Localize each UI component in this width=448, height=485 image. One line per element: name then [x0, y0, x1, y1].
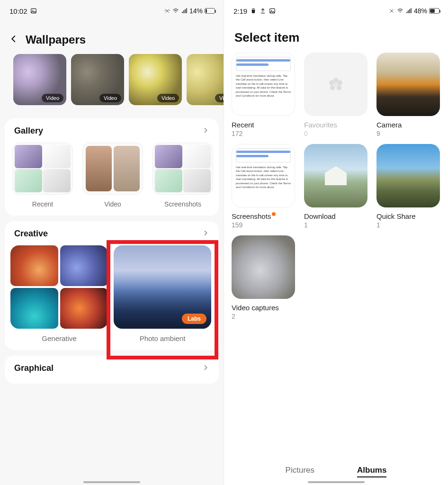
status-battery-text: 14%: [189, 7, 203, 15]
video-wallpaper-card[interactable]: Video: [187, 54, 224, 105]
vibrate-icon: [164, 8, 170, 14]
page-title: Select item: [234, 30, 439, 45]
svg-point-9: [334, 82, 338, 86]
creative-title: Creative: [14, 229, 48, 239]
wallpapers-screen: 10:02 14% Wallpapers Video Video Video V…: [0, 0, 224, 485]
album-video-captures[interactable]: Video captures 2: [232, 235, 295, 320]
svg-point-6: [337, 85, 342, 90]
album-name: Video captures: [232, 304, 295, 312]
battery-icon: [205, 8, 215, 14]
select-item-screen: 2:19 48% Select item Get real-time trans…: [224, 0, 448, 485]
graphical-more-button[interactable]: [202, 364, 209, 373]
gallery-title: Gallery: [14, 126, 43, 136]
album-download[interactable]: Download 1: [304, 144, 367, 229]
graphical-title: Graphical: [14, 363, 54, 373]
svg-point-3: [271, 10, 272, 11]
album-camera[interactable]: Camera 9: [376, 53, 440, 137]
album-favourites[interactable]: Favourites 0: [304, 53, 367, 137]
svg-point-5: [338, 80, 343, 85]
gallery-section: Gallery Recent Video Screenshots: [5, 118, 219, 216]
svg-point-7: [330, 85, 335, 90]
gallery-item-screenshots[interactable]: Screenshots: [152, 143, 213, 208]
svg-point-8: [329, 80, 334, 85]
header: Select item: [224, 19, 448, 51]
gallery-item-label: Recent: [12, 200, 73, 208]
vibrate-icon: [388, 8, 395, 14]
video-wallpaper-card[interactable]: Video: [13, 54, 66, 105]
bottom-tabs: Pictures Albums: [224, 466, 448, 477]
creative-label: Generative: [10, 334, 108, 342]
graphical-section: Graphical: [5, 356, 219, 384]
back-button[interactable]: [9, 34, 19, 46]
album-count: 1: [304, 221, 367, 229]
video-badge: Video: [215, 94, 224, 102]
new-dot-icon: [272, 212, 276, 216]
svg-point-4: [333, 78, 339, 83]
creative-label: Photo ambient: [114, 334, 211, 342]
signal-icon: [181, 8, 188, 14]
video-badge: Video: [157, 94, 179, 102]
wifi-icon: [397, 8, 403, 14]
status-time: 10:02: [9, 7, 27, 15]
image-icon: [269, 8, 276, 14]
video-wallpaper-card[interactable]: Video: [71, 54, 124, 105]
creative-generative[interactable]: Generative: [10, 245, 108, 342]
gallery-more-button[interactable]: [202, 126, 209, 136]
video-badge: Video: [99, 94, 121, 102]
album-quick-share[interactable]: Quick Share 1: [376, 144, 440, 229]
album-name: Recent: [232, 121, 295, 129]
signal-icon: [405, 8, 412, 14]
album-name: Quick Share: [376, 212, 440, 220]
album-count: 172: [232, 130, 295, 137]
flower-icon: [304, 53, 367, 116]
page-title: Wallpapers: [26, 33, 86, 46]
battery-icon: [429, 8, 439, 14]
status-bar-left: 10:02 14%: [0, 0, 224, 19]
tab-pictures[interactable]: Pictures: [286, 466, 314, 477]
header: Wallpapers: [0, 19, 224, 54]
gallery-item-recent[interactable]: Recent: [12, 143, 73, 208]
album-grid: Get real-time translation during calls. …: [224, 51, 448, 322]
album-name: Favourites: [304, 121, 367, 129]
upload-icon: [260, 8, 266, 14]
status-battery-text: 48%: [414, 7, 427, 15]
album-name: Download: [304, 212, 367, 220]
bag-icon: [250, 8, 257, 14]
wifi-icon: [172, 8, 179, 14]
labs-badge: Labs: [182, 314, 206, 324]
video-wallpaper-card[interactable]: Video: [129, 54, 182, 105]
creative-section: Creative Generative Labs Photo ambient: [5, 221, 219, 350]
album-name: Screenshots: [232, 212, 295, 220]
album-count: 1: [376, 221, 440, 229]
album-count: 0: [304, 130, 367, 137]
gallery-item-video[interactable]: Video: [82, 143, 143, 208]
gallery-item-label: Video: [82, 200, 143, 208]
image-icon: [30, 8, 37, 14]
featured-video-strip[interactable]: Video Video Video Video: [0, 54, 224, 114]
album-screenshots[interactable]: Get real-time translation during calls. …: [232, 144, 295, 229]
home-indicator[interactable]: [308, 481, 365, 483]
video-badge: Video: [42, 94, 63, 102]
album-count: 159: [232, 221, 295, 229]
tab-albums[interactable]: Albums: [357, 466, 386, 477]
album-count: 9: [376, 130, 440, 137]
gallery-item-label: Screenshots: [152, 200, 213, 208]
album-count: 2: [232, 313, 295, 320]
status-bar-right: 2:19 48%: [224, 0, 448, 19]
creative-more-button[interactable]: [202, 229, 209, 239]
status-time: 2:19: [233, 7, 247, 15]
album-recent[interactable]: Get real-time translation during calls. …: [232, 53, 295, 137]
svg-point-1: [32, 10, 33, 11]
home-indicator[interactable]: [83, 481, 140, 483]
album-name: Camera: [376, 121, 440, 129]
creative-photo-ambient[interactable]: Labs Photo ambient: [114, 245, 211, 342]
